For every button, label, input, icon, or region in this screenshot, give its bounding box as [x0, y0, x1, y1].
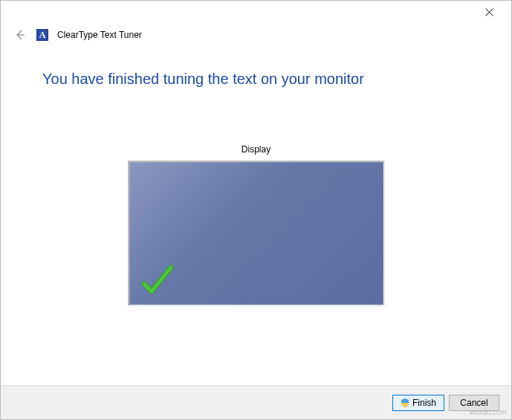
app-icon: A	[36, 29, 48, 41]
monitor-preview	[128, 161, 385, 306]
page-heading: You have finished tuning the text on you…	[42, 71, 470, 88]
content-area: You have finished tuning the text on you…	[1, 47, 511, 306]
finish-button-label: Finish	[412, 398, 436, 408]
footer: Finish Cancel	[1, 385, 511, 419]
cancel-button[interactable]: Cancel	[449, 395, 499, 411]
back-arrow-icon	[14, 29, 26, 41]
cancel-button-label: Cancel	[460, 398, 487, 408]
titlebar	[1, 1, 511, 23]
header: A ClearType Text Tuner	[1, 23, 511, 47]
close-icon	[485, 8, 493, 16]
close-button[interactable]	[474, 1, 504, 22]
back-button[interactable]	[13, 28, 27, 42]
display-label: Display	[242, 144, 270, 155]
finish-button[interactable]: Finish	[392, 395, 444, 411]
checkmark-icon	[140, 263, 175, 299]
app-title: ClearType Text Tuner	[57, 30, 142, 40]
shield-icon	[401, 398, 409, 407]
display-area: Display	[42, 144, 470, 306]
